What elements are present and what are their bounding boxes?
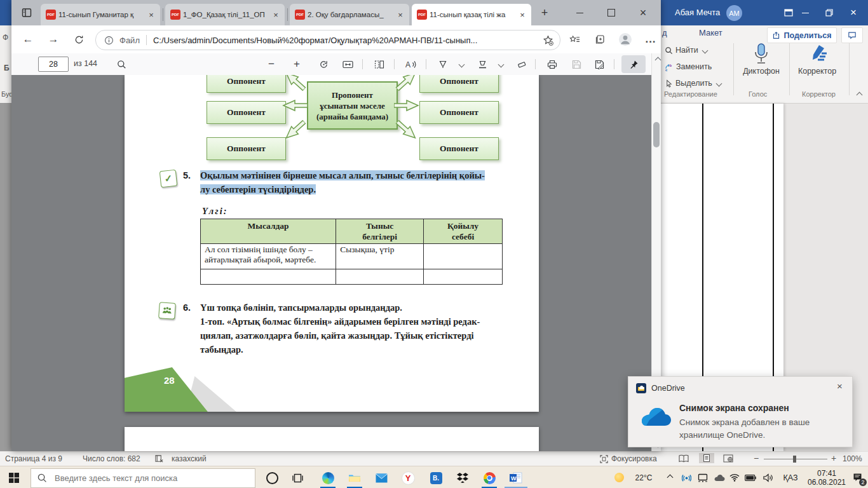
- erase-icon[interactable]: [513, 57, 530, 72]
- tab-1[interactable]: PDF 11-сынып Гуманитар қ ×: [41, 4, 160, 25]
- ribbon-tab-layout[interactable]: Макет: [699, 28, 722, 37]
- onedrive-notification[interactable]: OneDrive × Снимок экрана сохранен Снимок…: [628, 376, 853, 447]
- pdf-viewport[interactable]: Оппонент Оппонент Оппонент Оппонент Оппо…: [11, 75, 652, 451]
- pin-toolbar-button-active[interactable]: [621, 55, 646, 73]
- ribbon-tab-partial[interactable]: д: [662, 28, 667, 37]
- onedrive-tray-icon[interactable]: [712, 466, 727, 488]
- print-icon[interactable]: [544, 57, 560, 72]
- tab-4-active[interactable]: PDF 11-сынып қазақ тілі жа ×: [412, 4, 531, 25]
- cast-screen-icon[interactable]: [695, 466, 710, 488]
- draw-dropdown-chevron[interactable]: [452, 57, 469, 72]
- tab-2[interactable]: PDF 1_ФО_Қазақ тілі_11_ОП ×: [165, 4, 285, 25]
- hotspot-icon[interactable]: [679, 466, 694, 488]
- tab-close-icon[interactable]: ×: [395, 10, 405, 20]
- save-as-icon[interactable]: [591, 57, 607, 72]
- zoom-in-icon[interactable]: +: [288, 57, 305, 72]
- tab-close-icon[interactable]: ×: [271, 10, 281, 20]
- info-icon[interactable]: [104, 36, 114, 45]
- taskbar-yandex-icon[interactable]: Y: [395, 468, 421, 488]
- highlight-icon[interactable]: [474, 57, 491, 72]
- start-button[interactable]: [1, 468, 27, 488]
- pdf-search-icon[interactable]: [113, 57, 130, 72]
- status-language[interactable]: казахский: [172, 454, 207, 463]
- share-button[interactable]: Поделиться: [767, 27, 837, 43]
- replace-button[interactable]: bc Заменить: [665, 60, 712, 74]
- pdf-toolbar: 28 из 144 − + A: [11, 53, 661, 76]
- taskbar-vk-icon[interactable]: B.: [423, 468, 449, 488]
- find-button[interactable]: Найти: [665, 43, 707, 57]
- zoom-slider-thumb[interactable]: [793, 456, 796, 463]
- taskbar-search[interactable]: [31, 468, 255, 488]
- zoom-percent[interactable]: 100%: [843, 454, 862, 463]
- read-mode-button[interactable]: [679, 454, 689, 463]
- toast-close-button[interactable]: ×: [837, 381, 843, 391]
- status-word-count[interactable]: Число слов: 682: [83, 454, 140, 463]
- wifi-icon[interactable]: [727, 466, 742, 488]
- tray-language[interactable]: ҚАЗ: [779, 466, 802, 488]
- settings-more-button[interactable]: ...: [642, 30, 660, 48]
- tray-clock[interactable]: 07:41 06.08.2021: [803, 466, 850, 488]
- tab-close-icon[interactable]: ×: [517, 10, 527, 20]
- fit-to-width-icon[interactable]: [339, 57, 356, 72]
- word-avatar[interactable]: AM: [726, 5, 742, 21]
- word-minimize-button[interactable]: [793, 0, 817, 25]
- taskbar-chrome-icon[interactable]: [477, 468, 502, 488]
- scrollbar-thumb[interactable]: [653, 122, 660, 147]
- edge-close-button[interactable]: ×: [629, 0, 657, 25]
- address-bar[interactable]: Файл C:/Users/admin/Documents/Новый%20фо…: [95, 30, 560, 50]
- profile-avatar[interactable]: [616, 30, 634, 48]
- battery-icon[interactable]: [742, 466, 759, 488]
- new-tab-button[interactable]: +: [534, 0, 555, 25]
- tray-expand-chevron[interactable]: [662, 466, 676, 488]
- vertical-tabs-button[interactable]: [15, 0, 38, 25]
- status-page[interactable]: Страница 4 из 9: [5, 454, 62, 463]
- edge-minimize-button[interactable]: [566, 0, 593, 25]
- comments-button[interactable]: [841, 27, 863, 43]
- dictate-button[interactable]: Диктофон: [737, 43, 785, 76]
- print-layout-button[interactable]: [699, 453, 714, 463]
- favorites-bar-icon[interactable]: [566, 30, 583, 48]
- search-input[interactable]: [53, 473, 255, 484]
- page-number-input[interactable]: 28: [38, 57, 69, 72]
- taskbar-dropbox-icon[interactable]: [450, 468, 475, 488]
- word-close-button[interactable]: ×: [841, 0, 865, 25]
- word-account-name[interactable]: Абая Мечта: [675, 8, 720, 17]
- proofing-icon[interactable]: [154, 454, 164, 463]
- zoom-in-button[interactable]: +: [831, 453, 836, 463]
- read-aloud-icon[interactable]: A: [403, 57, 419, 72]
- notification-center-button[interactable]: 2: [849, 466, 867, 488]
- draw-icon[interactable]: [435, 57, 451, 72]
- zoom-out-icon[interactable]: −: [263, 57, 280, 72]
- focus-mode-button[interactable]: Фокусировка: [600, 454, 657, 463]
- zoom-out-button[interactable]: −: [754, 453, 759, 463]
- refresh-button[interactable]: [70, 30, 88, 48]
- page-view-icon[interactable]: [371, 57, 388, 72]
- sample-label: Үлгі:: [202, 204, 228, 218]
- weather-icon[interactable]: [611, 466, 627, 488]
- rotate-icon[interactable]: [315, 57, 332, 72]
- collapse-ribbon-button[interactable]: [857, 92, 863, 98]
- tab-3[interactable]: PDF 2. Оқу бағдарламасы_ ×: [290, 4, 409, 25]
- task-view-button[interactable]: [285, 468, 310, 488]
- highlight-dropdown-chevron[interactable]: [492, 57, 508, 72]
- forward-button[interactable]: →: [44, 30, 62, 48]
- collections-icon[interactable]: [591, 30, 609, 48]
- diagram-box-opponent: Оппонент: [419, 75, 499, 93]
- taskbar-edge-icon[interactable]: [315, 468, 341, 488]
- tray-temperature[interactable]: 22°C: [630, 466, 657, 488]
- edge-maximize-button[interactable]: [597, 0, 625, 25]
- tab-close-icon[interactable]: ×: [146, 10, 156, 20]
- add-favorite-icon[interactable]: [543, 35, 553, 46]
- taskbar-word-icon[interactable]: W: [503, 468, 529, 488]
- volume-icon[interactable]: [760, 466, 776, 488]
- taskbar-explorer-icon[interactable]: [342, 468, 367, 488]
- web-layout-button[interactable]: [723, 454, 733, 463]
- table-header: Тынысбелгілері: [336, 219, 424, 244]
- word-restore-button[interactable]: [817, 0, 841, 25]
- editor-button[interactable]: Корректор: [793, 43, 841, 76]
- back-button[interactable]: ←: [19, 30, 37, 48]
- taskbar-mail-icon[interactable]: [369, 468, 394, 488]
- sliver-paste: Б: [4, 64, 10, 72]
- select-button[interactable]: Выделить: [665, 76, 721, 90]
- cortana-button[interactable]: [259, 468, 285, 488]
